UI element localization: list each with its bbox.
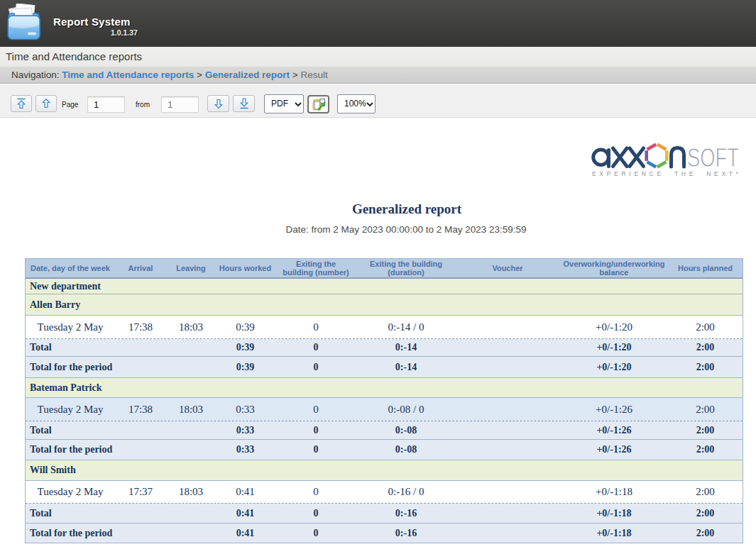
svg-text:EXPERIENCE THE NEXT*: EXPERIENCE THE NEXT* [592, 170, 739, 177]
svg-text:SOFT: SOFT [687, 143, 739, 172]
